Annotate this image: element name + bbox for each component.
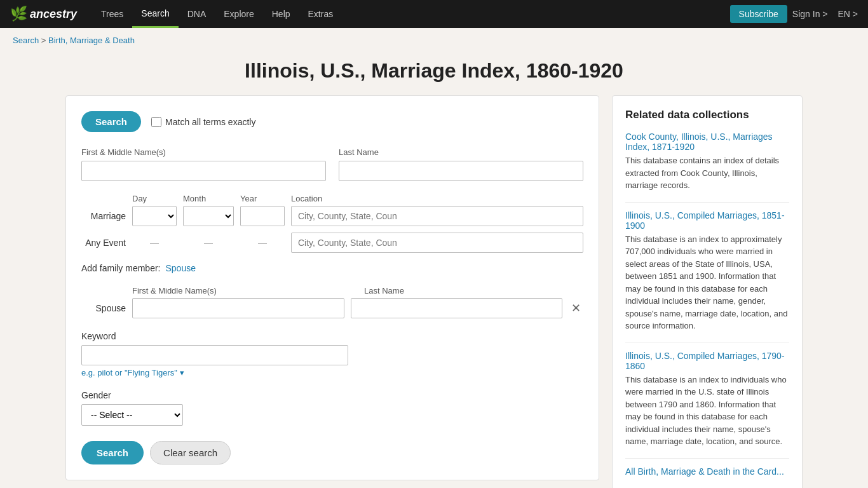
match-label[interactable]: Match all terms exactly <box>151 117 255 127</box>
search-bottom-button[interactable]: Search <box>81 441 144 464</box>
collection-divider-2 <box>625 458 789 459</box>
ancestry-leaf-icon: 🌿 <box>10 6 27 22</box>
last-name-group: Last Name <box>339 147 583 181</box>
language-selector[interactable]: EN > <box>837 9 858 19</box>
collection-divider-1 <box>625 342 789 343</box>
search-top-row: Search Match all terms exactly <box>81 111 583 132</box>
gender-label: Gender <box>81 390 583 400</box>
any-event-day-dash: — <box>132 238 177 248</box>
any-event-label: Any Event <box>81 238 126 248</box>
nav-trees[interactable]: Trees <box>92 0 132 28</box>
nav-right: Subscribe Sign In > EN > <box>730 5 858 23</box>
spouse-last-col-header: Last Name <box>364 286 583 295</box>
page-title: Illinois, U.S., Marriage Index, 1860-192… <box>0 59 868 83</box>
logo-text: ancestry <box>30 8 77 21</box>
search-panel: Search Match all terms exactly First & M… <box>65 95 599 480</box>
spouse-first-name-input[interactable] <box>132 298 344 318</box>
year-col-header: Year <box>240 194 285 203</box>
location-col-header: Location <box>291 194 583 203</box>
spouse-last-name-input[interactable] <box>351 298 563 318</box>
keyword-hint-chevron-icon: ▾ <box>180 368 184 377</box>
last-name-input[interactable] <box>339 161 583 181</box>
last-name-label: Last Name <box>339 147 583 157</box>
match-checkbox[interactable] <box>151 117 161 127</box>
add-spouse-link[interactable]: Spouse <box>165 263 195 273</box>
related-title: Related data collections <box>625 109 789 121</box>
first-name-input[interactable] <box>81 161 326 181</box>
keyword-section: Keyword e.g. pilot or "Flying Tigers" ▾ <box>81 331 583 377</box>
month-col-header: Month <box>183 194 234 203</box>
any-event-row: Any Event — — — <box>81 233 583 253</box>
collection-desc-2: This database is an index to individuals… <box>625 374 789 448</box>
remove-spouse-button[interactable]: ✕ <box>569 301 583 315</box>
collection-item-2: Illinois, U.S., Compiled Marriages, 1790… <box>625 351 789 448</box>
marriage-month-select[interactable]: JanFebMarApr MayJunJulAug SepOctNovDec <box>183 206 234 226</box>
collection-link-0[interactable]: Cook County, Illinois, U.S., Marriages I… <box>625 132 789 152</box>
any-event-year-dash: — <box>240 238 285 248</box>
first-name-group: First & Middle Name(s) <box>81 147 326 181</box>
search-top-button[interactable]: Search <box>81 111 141 132</box>
spouse-label: Spouse <box>81 303 126 313</box>
collection-desc-1: This database is an index to approximate… <box>625 233 789 332</box>
event-section: Day Month Year Location Marriage 12345 6… <box>81 194 583 253</box>
nav-dna[interactable]: DNA <box>179 0 215 28</box>
spouse-row: Spouse ✕ <box>81 298 583 318</box>
collection-desc-0: This database contains an index of detai… <box>625 154 789 192</box>
nav-search[interactable]: Search <box>132 0 178 28</box>
logo[interactable]: 🌿 ancestry <box>10 6 77 22</box>
keyword-label: Keyword <box>81 331 583 341</box>
marriage-label: Marriage <box>81 211 126 221</box>
bottom-buttons: Search Clear search <box>81 441 583 464</box>
breadcrumb: Search > Birth, Marriage & Death <box>0 28 868 53</box>
collection-link-3[interactable]: All Birth, Marriage & Death in the Card.… <box>625 466 789 477</box>
any-event-location-input[interactable] <box>291 233 583 253</box>
clear-search-button[interactable]: Clear search <box>150 441 231 464</box>
subscribe-button[interactable]: Subscribe <box>730 5 787 23</box>
nav-explore[interactable]: Explore <box>215 0 262 28</box>
keyword-input[interactable] <box>81 345 348 365</box>
breadcrumb-separator: > <box>41 36 48 45</box>
any-event-month-dash: — <box>183 238 234 248</box>
marriage-location-input[interactable] <box>291 206 583 226</box>
nav-help[interactable]: Help <box>263 0 299 28</box>
gender-select[interactable]: -- Select -- Male Female <box>81 404 183 426</box>
event-col-headers: Day Month Year Location <box>81 194 583 203</box>
collection-item-3: All Birth, Marriage & Death in the Card.… <box>625 466 789 477</box>
collection-link-2[interactable]: Illinois, U.S., Compiled Marriages, 1790… <box>625 351 789 371</box>
keyword-hint[interactable]: e.g. pilot or "Flying Tigers" ▾ <box>81 368 583 377</box>
marriage-event-row: Marriage 12345 678910 1112131415 1617181… <box>81 206 583 226</box>
marriage-day-select[interactable]: 12345 678910 1112131415 1617181920 21222… <box>132 206 177 226</box>
marriage-year-input[interactable] <box>240 206 285 226</box>
spouse-inputs: ✕ <box>132 298 583 318</box>
sidebar: Related data collections Cook County, Il… <box>612 95 803 488</box>
collection-item-1: Illinois, U.S., Compiled Marriages, 1851… <box>625 210 789 332</box>
main-layout: Search Match all terms exactly First & M… <box>53 95 815 488</box>
spouse-section: First & Middle Name(s) Last Name Spouse … <box>81 286 583 318</box>
nav-links: Trees Search DNA Explore Help Extras <box>92 0 730 28</box>
spouse-col-headers: First & Middle Name(s) Last Name <box>81 286 583 295</box>
add-family-section: Add family member: Spouse <box>81 263 583 273</box>
navbar: 🌿 ancestry Trees Search DNA Explore Help… <box>0 0 868 28</box>
keyword-hint-text: e.g. pilot or "Flying Tigers" <box>81 368 177 377</box>
signin-button[interactable]: Sign In > <box>792 9 828 19</box>
nav-extras[interactable]: Extras <box>299 0 342 28</box>
spouse-first-col-header: First & Middle Name(s) <box>132 286 351 295</box>
collection-item-0: Cook County, Illinois, U.S., Marriages I… <box>625 132 789 192</box>
collection-link-1[interactable]: Illinois, U.S., Compiled Marriages, 1851… <box>625 210 789 231</box>
breadcrumb-category-link[interactable]: Birth, Marriage & Death <box>48 36 135 45</box>
add-family-label: Add family member: <box>81 263 160 273</box>
related-collections: Related data collections Cook County, Il… <box>612 95 803 488</box>
name-row: First & Middle Name(s) Last Name <box>81 147 583 181</box>
day-col-header: Day <box>132 194 177 203</box>
match-text: Match all terms exactly <box>165 117 255 127</box>
collection-divider-0 <box>625 202 789 203</box>
breadcrumb-search-link[interactable]: Search <box>13 36 39 45</box>
gender-section: Gender -- Select -- Male Female <box>81 390 583 426</box>
first-name-label: First & Middle Name(s) <box>81 147 326 157</box>
